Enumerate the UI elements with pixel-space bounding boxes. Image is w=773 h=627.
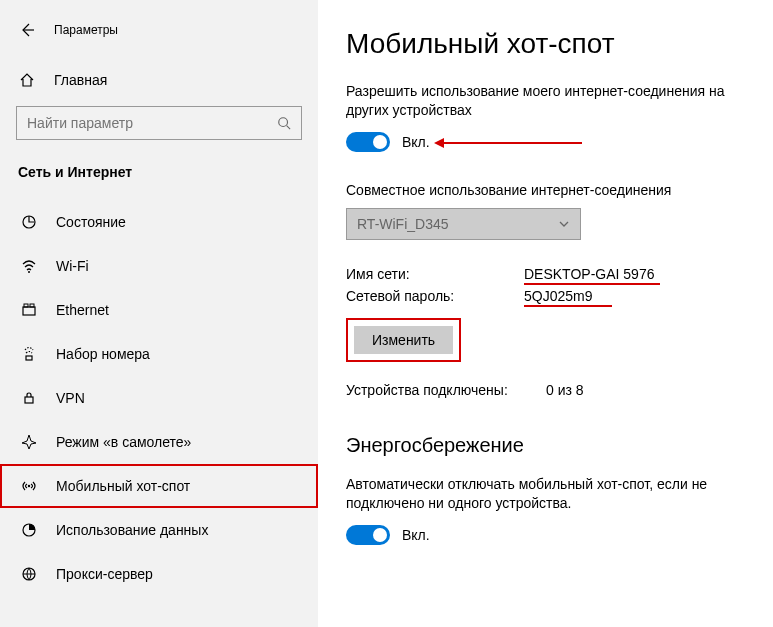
chevron-down-icon (558, 218, 570, 230)
nav-label: Wi-Fi (56, 258, 89, 274)
nav-item-ethernet[interactable]: Ethernet (0, 288, 318, 332)
nav-item-wifi[interactable]: Wi-Fi (0, 244, 318, 288)
back-arrow-icon (19, 22, 35, 38)
powersave-description: Автоматически отключать мобильный хот-сп… (346, 475, 746, 513)
search-input[interactable] (27, 115, 251, 131)
nav-label: Состояние (56, 214, 126, 230)
annotation-box: Изменить (346, 318, 461, 362)
category-header: Сеть и Интернет (0, 140, 318, 194)
nav-item-dialup[interactable]: Набор номера (0, 332, 318, 376)
airplane-icon (20, 434, 38, 450)
share-toggle-label: Вкл. (402, 134, 430, 150)
change-button[interactable]: Изменить (354, 326, 453, 354)
powersave-toggle-row: Вкл. (346, 525, 753, 545)
search-box[interactable] (16, 106, 302, 140)
share-toggle[interactable] (346, 132, 390, 152)
devices-row: Устройства подключены: 0 из 8 (346, 382, 753, 398)
nav-item-vpn[interactable]: VPN (0, 376, 318, 420)
nav-item-airplane[interactable]: Режим «в самолете» (0, 420, 318, 464)
network-name-label: Имя сети: (346, 266, 524, 282)
hotspot-icon (20, 478, 38, 494)
powersave-title: Энергосбережение (346, 434, 753, 457)
vpn-icon (20, 390, 38, 406)
main-content: Мобильный хот-спот Разрешить использован… (318, 0, 773, 627)
search-icon (277, 116, 291, 130)
powersave-toggle-label: Вкл. (402, 527, 430, 543)
devices-value: 0 из 8 (546, 382, 584, 398)
nav-item-status[interactable]: Состояние (0, 200, 318, 244)
nav-list: Состояние Wi-Fi Ethernet Набор номера VP… (0, 200, 318, 596)
home-nav[interactable]: Главная (0, 62, 318, 98)
data-usage-icon (20, 522, 38, 538)
nav-item-hotspot[interactable]: Мобильный хот-спот (0, 464, 318, 508)
network-pass-row: Сетевой пароль: 5QJ025m9 (346, 288, 753, 304)
connection-share-label: Совместное использование интернет-соедин… (346, 182, 753, 198)
nav-label: Использование данных (56, 522, 208, 538)
proxy-icon (20, 566, 38, 582)
nav-item-proxy[interactable]: Прокси-сервер (0, 552, 318, 596)
svg-rect-7 (25, 397, 33, 403)
network-name-value: DESKTOP-GAI 5976 (524, 266, 654, 282)
nav-label: Набор номера (56, 346, 150, 362)
svg-rect-3 (23, 307, 35, 315)
svg-rect-6 (26, 356, 32, 360)
nav-item-data-usage[interactable]: Использование данных (0, 508, 318, 552)
nav-label: Прокси-сервер (56, 566, 153, 582)
search-container (0, 98, 318, 140)
nav-label: Ethernet (56, 302, 109, 318)
status-icon (20, 214, 38, 230)
powersave-toggle[interactable] (346, 525, 390, 545)
svg-point-0 (279, 118, 288, 127)
annotation-arrow (442, 142, 582, 144)
svg-point-8 (28, 485, 30, 487)
share-toggle-row: Вкл. (346, 132, 753, 152)
sidebar: Параметры Главная Сеть и Интернет Состоя… (0, 0, 318, 627)
network-name-row: Имя сети: DESKTOP-GAI 5976 (346, 266, 753, 282)
ethernet-icon (20, 302, 38, 318)
connection-dropdown[interactable]: RT-WiFi_D345 (346, 208, 581, 240)
home-icon (18, 72, 36, 88)
nav-label: Режим «в самолете» (56, 434, 191, 450)
svg-rect-4 (24, 304, 28, 307)
nav-label: Мобильный хот-спот (56, 478, 190, 494)
dialup-icon (20, 346, 38, 362)
svg-point-2 (28, 271, 30, 273)
nav-label: VPN (56, 390, 85, 406)
window-title: Параметры (54, 23, 118, 37)
devices-label: Устройства подключены: (346, 382, 546, 398)
share-description: Разрешить использование моего интернет-с… (346, 82, 746, 120)
home-label: Главная (54, 72, 107, 88)
window-header: Параметры (0, 12, 318, 48)
dropdown-value: RT-WiFi_D345 (357, 216, 449, 232)
back-button[interactable] (18, 21, 36, 39)
wifi-icon (20, 258, 38, 274)
network-pass-value: 5QJ025m9 (524, 288, 592, 304)
network-pass-label: Сетевой пароль: (346, 288, 524, 304)
svg-rect-5 (30, 304, 34, 307)
page-title: Мобильный хот-спот (346, 28, 753, 60)
